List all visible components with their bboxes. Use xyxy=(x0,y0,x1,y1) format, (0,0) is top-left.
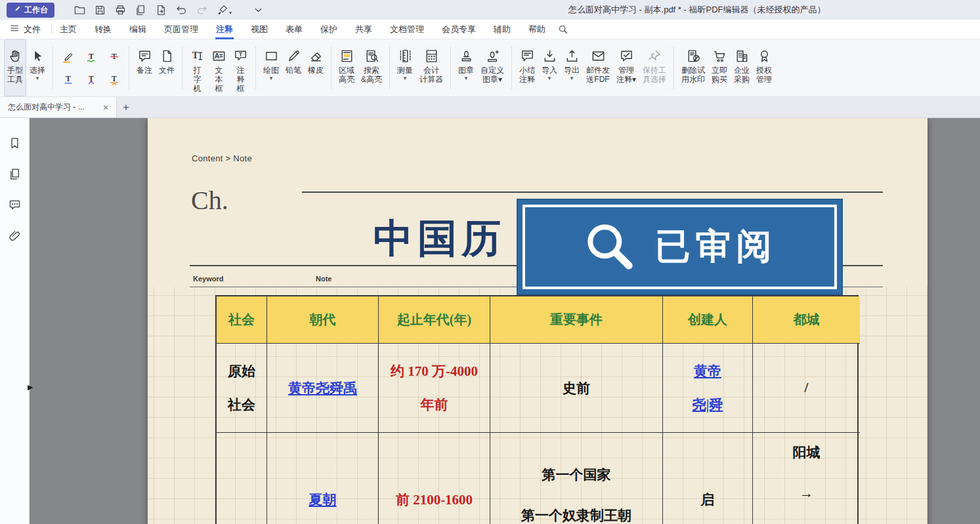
accounting-calculator-tool[interactable]: 会计计算器 xyxy=(416,39,446,96)
table-link[interactable]: 夏朝 xyxy=(309,491,337,509)
table-text: 原始 xyxy=(228,362,255,380)
t-squiggly-icon: T xyxy=(85,50,98,64)
typewriter-tool[interactable]: T打字机 xyxy=(186,39,208,96)
ribbon-separator xyxy=(389,47,390,89)
table-cell xyxy=(217,433,267,524)
note-icon xyxy=(137,49,152,64)
insert-text-tool[interactable]: T xyxy=(82,70,100,88)
table-cell: 约 170 万-4000年前 xyxy=(379,344,490,433)
cart-icon xyxy=(712,49,727,64)
document-tab-label: 怎么面对高中学习 - ... xyxy=(8,102,96,113)
table-text: 社会 xyxy=(228,395,255,414)
quick-highlighter-button[interactable]: ▾ xyxy=(214,2,230,18)
pencil-tool[interactable]: 铅笔 xyxy=(282,39,305,96)
menu-item-12[interactable]: 辅助 xyxy=(494,20,511,39)
squiggly-underline-tool[interactable]: T xyxy=(82,48,100,66)
import-comments-button[interactable]: 导入▾ xyxy=(538,39,561,96)
document-area[interactable]: Content > Note Ch. 中国历 Keyword Note 已审阅 … xyxy=(30,118,980,524)
document-tabbar: 怎么面对高中学习 - ... × + xyxy=(0,97,980,118)
attachments-panel-button[interactable] xyxy=(7,228,22,243)
redo-icon xyxy=(196,4,208,16)
menu-item-4[interactable]: 页面管理 xyxy=(164,20,198,39)
brush-icon xyxy=(216,4,228,16)
menu-item-5[interactable]: 注释 xyxy=(216,20,233,39)
save-button[interactable] xyxy=(92,2,108,18)
table-text: 前 2100-1600 xyxy=(396,491,473,509)
license-manage-button[interactable]: 授权管理 xyxy=(753,39,775,96)
enterprise-purchase-button[interactable]: 企业采购 xyxy=(731,39,753,96)
strikeout-tool[interactable]: T xyxy=(105,48,123,66)
table-cell: 第一个国家第一个奴隶制王朝 xyxy=(490,433,663,524)
ribbon-item-label: 管理注释▾ xyxy=(616,66,636,84)
undo-button[interactable] xyxy=(173,2,189,18)
panel-expander[interactable]: ▶ xyxy=(28,384,33,391)
bookmarks-panel-button[interactable] xyxy=(7,135,22,151)
buy-now-button[interactable]: 立即购买 xyxy=(708,39,731,96)
replace-text-tool[interactable]: T xyxy=(105,70,123,88)
workspace-button[interactable]: 工作台 xyxy=(7,3,54,18)
callout-tool[interactable]: T注释框 xyxy=(230,39,251,96)
document-tab[interactable]: 怎么面对高中学习 - ... × xyxy=(0,97,117,117)
file-menu[interactable]: 文件 xyxy=(8,23,46,35)
new-tab-button[interactable]: + xyxy=(117,97,135,117)
print-button[interactable] xyxy=(112,2,128,18)
ribbon-item-label: 铅笔 xyxy=(286,66,301,75)
table-cell: 前 2100-1600 xyxy=(379,433,490,524)
email-fdf-button[interactable]: 邮件发送FDF xyxy=(583,39,613,96)
reviewed-stamp[interactable]: 已审阅 xyxy=(517,199,843,295)
tab-close-button[interactable]: × xyxy=(100,102,111,113)
measure-icon xyxy=(398,49,413,64)
ribbon-item-label: 图章▾ xyxy=(458,66,474,81)
measure-tool[interactable]: 测量▾ xyxy=(394,39,416,96)
search-and-highlight-tool[interactable]: 搜索&高亮 xyxy=(358,39,385,96)
ribbon-separator xyxy=(511,47,512,89)
area-highlight-tool[interactable]: 区域高亮 xyxy=(335,39,358,96)
menu-item-1[interactable]: 主页 xyxy=(60,20,77,39)
menu-item-11[interactable]: 会员专享 xyxy=(442,20,476,39)
menu-item-10[interactable]: 文档管理 xyxy=(390,20,424,39)
stamp-tool[interactable]: 图章▾ xyxy=(455,39,477,96)
customize-toolbar-button[interactable] xyxy=(250,2,266,18)
search-icon xyxy=(557,24,568,35)
note-comment-tool[interactable]: 备注 xyxy=(133,39,156,96)
menu-item-2[interactable]: 转换 xyxy=(95,20,112,39)
open-file-button[interactable] xyxy=(72,2,87,18)
menu-item-8[interactable]: 保护 xyxy=(320,20,337,39)
summarize-comments-button[interactable]: 小结注释 xyxy=(516,39,538,96)
typewriter-icon: T xyxy=(190,49,205,64)
menu-item-7[interactable]: 表单 xyxy=(286,20,303,39)
textbox-tool[interactable]: A文本框 xyxy=(208,39,230,96)
ribbon-item-label: 打字机 xyxy=(194,66,202,93)
remove-trial-watermark-button[interactable]: 删除试用水印 xyxy=(678,39,708,96)
menu-item-13[interactable]: 帮助 xyxy=(528,20,545,39)
menu-search-button[interactable] xyxy=(557,24,568,35)
table-link[interactable]: 尧|舜 xyxy=(692,395,723,414)
ribbon-item-label: 区域高亮 xyxy=(339,66,354,84)
file-attachment-tool[interactable]: 文件 xyxy=(156,39,178,96)
highlight-text-tool[interactable] xyxy=(59,48,77,66)
ribbon-separator xyxy=(53,47,53,89)
underline-tool[interactable]: T xyxy=(59,70,77,88)
table-link[interactable]: 黄帝尧舜禹 xyxy=(288,379,357,397)
ribbon-separator xyxy=(673,47,674,89)
select-tool[interactable]: 选择▾ xyxy=(26,39,49,96)
eraser-tool[interactable]: 橡皮 xyxy=(305,39,327,96)
custom-stamp-tool[interactable]: 自定义图章▾ xyxy=(477,39,507,96)
comments-panel-button[interactable] xyxy=(7,197,22,212)
ribbon-item-label: 删除试用水印 xyxy=(681,66,705,84)
manage-comments-button[interactable]: 管理注释▾ xyxy=(613,39,639,96)
export-comments-button[interactable]: 导出▾ xyxy=(561,39,583,96)
menu-item-3[interactable]: 编辑 xyxy=(129,20,146,39)
search-highlight-icon xyxy=(364,49,379,64)
t-underline-icon: T xyxy=(62,73,75,86)
pages-panel-button[interactable] xyxy=(7,166,22,182)
export-file-button[interactable] xyxy=(153,2,169,18)
drawing-tool[interactable]: 绘图▾ xyxy=(260,39,282,96)
table-link[interactable]: 黄帝 xyxy=(694,362,721,380)
menu-item-9[interactable]: 共享 xyxy=(355,20,372,39)
callout-icon: T xyxy=(233,49,248,64)
hand-tool[interactable]: 手型工具 xyxy=(4,39,26,96)
snapshot-button[interactable] xyxy=(133,2,148,18)
table-text: 第一个奴隶制王朝 xyxy=(521,506,631,524)
menu-item-6[interactable]: 视图 xyxy=(251,20,268,39)
